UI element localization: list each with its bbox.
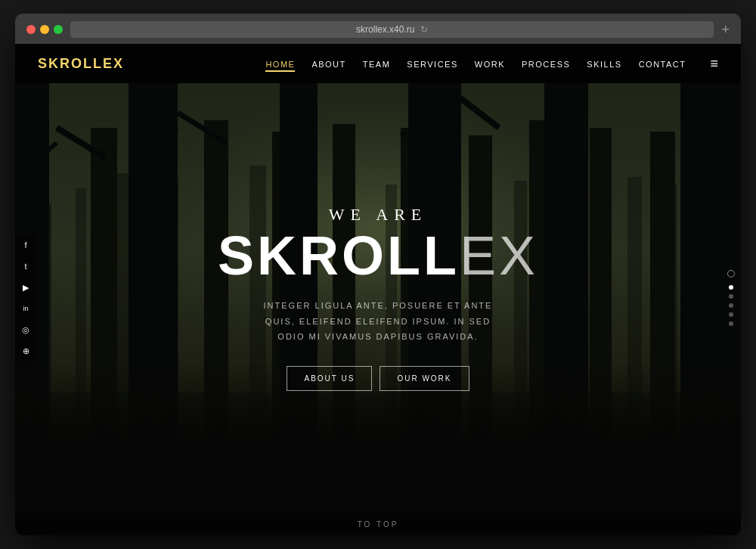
nav-item-home[interactable]: HOME — [265, 57, 295, 70]
social-youtube[interactable]: ▶ — [15, 277, 36, 298]
social-linkedin[interactable]: in — [15, 298, 36, 319]
nav-link-contact[interactable]: CONTACT — [639, 60, 686, 69]
nav-link-process[interactable]: PROCESS — [522, 60, 570, 69]
browser-content: SKROLLEX HOME ABOUT TEAM SERVICES WORK P… — [15, 44, 741, 535]
about-us-button[interactable]: ABOUT US — [287, 366, 372, 391]
nav-item-contact[interactable]: CONTACT — [639, 57, 686, 70]
hero-section: f t ▶ in ◎ ⊕ WE AR — [15, 83, 741, 513]
nav-item-about[interactable]: ABOUT — [311, 57, 345, 70]
nav-link-skills[interactable]: SKILLS — [587, 60, 621, 69]
social-twitter[interactable]: t — [15, 256, 36, 277]
social-sidebar: f t ▶ in ◎ ⊕ — [15, 234, 36, 361]
nav-link-work[interactable]: WORK — [475, 60, 505, 69]
page-dot-4[interactable] — [729, 312, 733, 317]
nav-links: HOME ABOUT TEAM SERVICES WORK PROCESS SK… — [265, 56, 718, 72]
page-indicator — [727, 270, 735, 326]
site-logo[interactable]: SKROLLEX — [38, 56, 124, 72]
minimize-button[interactable] — [40, 25, 49, 34]
website: SKROLLEX HOME ABOUT TEAM SERVICES WORK P… — [15, 44, 741, 535]
page-dot-2[interactable] — [729, 294, 733, 299]
social-other[interactable]: ⊕ — [15, 340, 36, 361]
nav-link-about[interactable]: ABOUT — [311, 60, 345, 69]
page-dot-3[interactable] — [729, 303, 733, 308]
hero-description: INTEGER LIGULA ANTE, POSUERE ET ANTE QUI… — [218, 298, 538, 346]
our-work-button[interactable]: OUR WORK — [380, 366, 469, 391]
hamburger-icon[interactable]: ≡ — [710, 56, 718, 71]
new-tab-button[interactable]: + — [721, 22, 730, 38]
hero-desc-line3: ODIO MI VIVAMUS DAPIBUS GRAVIDA. — [277, 332, 478, 341]
refresh-icon[interactable]: ↻ — [420, 24, 428, 35]
page-dot-1[interactable] — [729, 285, 733, 290]
browser-window: skrollex.x40.ru ↻ + SKROLLEX HOME ABOUT … — [15, 14, 741, 535]
close-button[interactable] — [26, 25, 36, 34]
footer-bar[interactable]: TO TOP — [15, 513, 741, 535]
page-dot-5[interactable] — [729, 321, 733, 326]
nav-link-services[interactable]: SERVICES — [407, 60, 457, 69]
maximize-button[interactable] — [54, 25, 63, 34]
nav-item-skills[interactable]: SKILLS — [587, 57, 621, 70]
hero-desc-line1: INTEGER LIGULA ANTE, POSUERE ET ANTE — [264, 301, 493, 310]
traffic-lights — [26, 25, 63, 34]
nav-item-team[interactable]: TEAM — [363, 57, 391, 70]
url-text: skrollex.x40.ru — [356, 24, 414, 35]
page-dot-home[interactable] — [727, 270, 735, 278]
nav-link-team[interactable]: TEAM — [363, 60, 391, 69]
hero-buttons: ABOUT US OUR WORK — [218, 366, 538, 391]
social-facebook[interactable]: f — [15, 234, 36, 256]
social-instagram[interactable]: ◎ — [15, 319, 36, 340]
nav-item-process[interactable]: PROCESS — [522, 57, 570, 70]
hero-subtitle: WE ARE — [218, 205, 538, 225]
hero-title-thin: EX — [460, 225, 538, 286]
nav-item-work[interactable]: WORK — [475, 57, 505, 70]
hero-desc-line2: QUIS, ELEIFEND ELEIFEND IPSUM. IN SED — [265, 317, 491, 326]
hero-title-bold: SKROLL — [218, 225, 460, 286]
browser-chrome: skrollex.x40.ru ↻ + — [15, 14, 741, 44]
hero-content: WE ARE SKROLLEX INTEGER LIGULA ANTE, POS… — [203, 190, 553, 407]
footer-to-top[interactable]: TO TOP — [358, 520, 399, 529]
nav-item-menu[interactable]: ≡ — [702, 56, 718, 72]
nav-item-services[interactable]: SERVICES — [407, 57, 457, 70]
nav-link-home[interactable]: HOME — [265, 60, 295, 72]
hero-title: SKROLLEX — [218, 228, 538, 283]
navigation: SKROLLEX HOME ABOUT TEAM SERVICES WORK P… — [15, 44, 741, 83]
address-bar[interactable]: skrollex.x40.ru ↻ — [70, 21, 714, 38]
